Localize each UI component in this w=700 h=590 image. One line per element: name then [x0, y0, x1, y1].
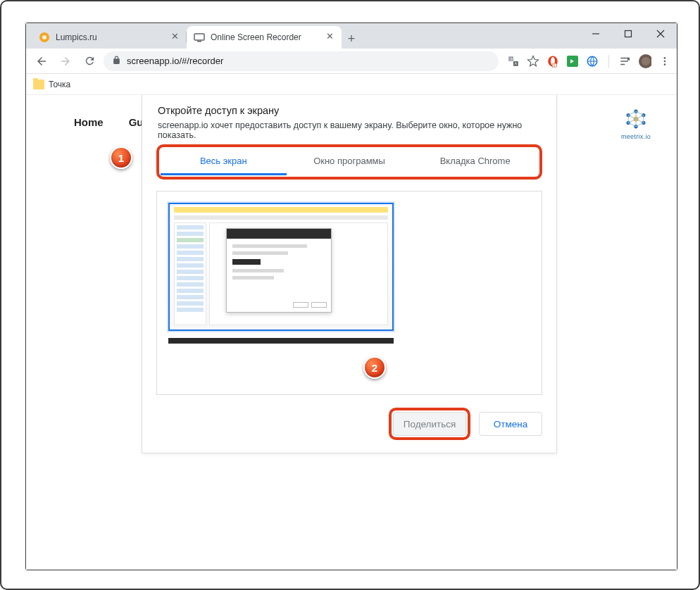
svg-point-17 [642, 57, 650, 65]
screen-thumbnail[interactable] [168, 203, 394, 331]
favicon-lumpics [39, 32, 50, 43]
window-controls [580, 23, 677, 49]
lock-icon [112, 56, 121, 67]
bookmark-folder[interactable]: Точка [33, 80, 70, 89]
close-window-button[interactable] [644, 23, 677, 44]
new-tab-button[interactable]: + [342, 29, 361, 49]
thumbnail-taskbar [168, 338, 394, 344]
nav-home[interactable]: Home [74, 116, 104, 128]
toolbar-divider [608, 55, 609, 68]
dialog-subtitle: screenapp.io хочет предоставить доступ к… [156, 120, 542, 140]
share-button[interactable]: Поделиться [393, 412, 466, 436]
dialog-title: Откройте доступ к экрану [156, 105, 542, 116]
profile-avatar[interactable] [639, 55, 651, 68]
share-screen-dialog: Откройте доступ к экрану screenapp.io хо… [142, 95, 557, 453]
dialog-buttons: Поделиться Отмена [156, 408, 542, 440]
reading-list-icon[interactable] [619, 55, 632, 68]
screen-preview-area [156, 191, 542, 395]
toolbar: screenapp.io/#/recorder 文A 1 [26, 49, 677, 74]
minimize-button[interactable] [580, 23, 612, 44]
maximize-button[interactable] [612, 23, 644, 44]
url-text: screenapp.io/#/recorder [127, 56, 223, 66]
tab-chrome-tab[interactable]: Вкладка Chrome [412, 149, 538, 175]
svg-point-1 [42, 35, 46, 39]
toolbar-extensions: 文A 1 [507, 55, 671, 68]
thumbnail-body [170, 204, 392, 329]
chrome-menu-icon[interactable] [658, 55, 671, 68]
bookmark-star-icon[interactable] [527, 55, 539, 68]
tab-title: Online Screen Recorder [211, 32, 319, 42]
back-button[interactable] [32, 51, 51, 71]
tab-lumpics[interactable]: Lumpics.ru ✕ [32, 26, 187, 49]
browser-window: Lumpics.ru ✕ Online Screen Recorder ✕ + [25, 23, 677, 570]
svg-text:文: 文 [510, 56, 513, 61]
highlight-share-annotation: Поделиться [389, 408, 470, 440]
svg-point-20 [664, 63, 666, 65]
tab-app-window[interactable]: Окно программы [287, 149, 413, 175]
share-source-tabs: Весь экран Окно программы Вкладка Chrome [161, 149, 538, 175]
tab-entire-screen[interactable]: Весь экран [161, 149, 287, 175]
svg-rect-2 [194, 34, 204, 40]
close-icon[interactable]: ✕ [325, 32, 335, 42]
brand-logo[interactable]: meetrix.io [619, 106, 653, 140]
highlight-tabs-annotation: Весь экран Окно программы Вкладка Chrome [156, 144, 542, 180]
brand-text: meetrix.io [619, 133, 653, 140]
extension-opera-icon[interactable]: 1 [546, 55, 559, 68]
annotation-marker-2: 2 [363, 356, 386, 379]
tab-title: Lumpics.ru [56, 32, 164, 42]
annotation-marker-1: 1 [110, 146, 132, 169]
extension-green-icon[interactable] [566, 55, 579, 68]
svg-text:A: A [515, 61, 518, 65]
reload-button[interactable] [80, 51, 99, 71]
outer-frame: Lumpics.ru ✕ Online Screen Recorder ✕ + [0, 0, 700, 590]
close-icon[interactable]: ✕ [170, 32, 180, 42]
svg-text:1: 1 [553, 63, 555, 67]
address-bar[interactable]: screenapp.io/#/recorder [104, 51, 499, 71]
cancel-button[interactable]: Отмена [479, 412, 542, 436]
svg-rect-3 [197, 41, 201, 42]
svg-point-19 [664, 60, 666, 62]
svg-point-18 [664, 57, 666, 59]
bookmarks-bar: Точка [26, 74, 677, 95]
folder-icon [33, 80, 44, 89]
translate-icon[interactable]: 文A [507, 55, 520, 68]
tab-strip: Lumpics.ru ✕ Online Screen Recorder ✕ + [26, 23, 677, 49]
svg-rect-5 [625, 31, 632, 37]
forward-button[interactable] [56, 51, 75, 71]
extension-globe-icon[interactable] [586, 55, 599, 68]
tab-screenapp[interactable]: Online Screen Recorder ✕ [187, 26, 342, 49]
bookmark-label: Точка [49, 80, 70, 89]
favicon-screenapp [194, 32, 205, 43]
site-nav: Home Gu [74, 116, 144, 128]
